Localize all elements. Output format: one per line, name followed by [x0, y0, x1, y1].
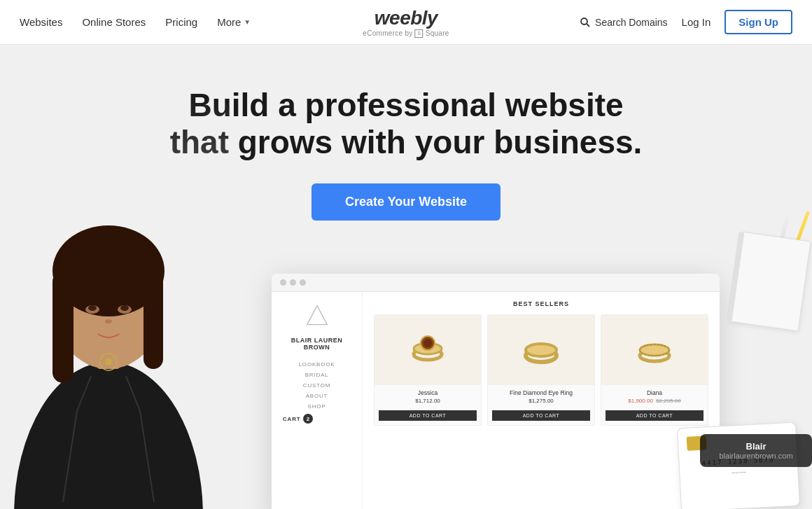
product-info-jessica: Jessica $1,712.00 ADD TO CART — [374, 385, 481, 425]
stationery-overlay: 4417 1239 5678 ~~~~ Blair blairlaurenbro… — [658, 194, 812, 509]
blair-url: blairlaurenbrown.com — [710, 452, 802, 460]
product-name-diamond-ring: Fine Diamond Eye Ring — [492, 389, 590, 396]
cart-count-badge: 2 — [303, 414, 313, 424]
weebly-logo[interactable]: weebly — [374, 7, 438, 29]
logo-subtitle: eCommerce by S Square — [363, 29, 449, 38]
cart-label: CART — [283, 416, 300, 422]
browser-dot-3 — [300, 279, 306, 286]
product-price-jessica: $1,712.00 — [379, 398, 477, 404]
ring-image-diamond — [519, 328, 564, 373]
store-logo-icon — [304, 303, 330, 328]
product-card-diamond-ring: Fine Diamond Eye Ring $1,275.00 ADD TO C… — [487, 314, 595, 426]
hero-title: Build a professional website that grows … — [161, 87, 651, 161]
svg-point-0 — [581, 18, 587, 25]
main-header: Websites Online Stores Pricing More ▼ we… — [0, 0, 812, 45]
header-actions: Search Domains Log In Sign Up — [580, 10, 792, 34]
svg-line-1 — [587, 24, 589, 27]
svg-rect-16 — [52, 271, 74, 383]
chevron-down-icon: ▼ — [244, 18, 251, 26]
nav-online-stores[interactable]: Online Stores — [82, 16, 146, 28]
store-content: BLAIR LAUREN BROWN LOOKBOOK BRIDAL CUSTO… — [272, 292, 720, 509]
product-info-diamond-ring: Fine Diamond Eye Ring $1,275.00 ADD TO C… — [488, 385, 594, 425]
signup-button[interactable]: Sign Up — [724, 10, 792, 34]
nav-pricing[interactable]: Pricing — [165, 16, 197, 28]
blair-info-card: Blair blairlaurenbrown.com — [700, 434, 812, 467]
search-domains-button[interactable]: Search Domains — [580, 17, 668, 28]
sidebar-menu-item: CUSTOM — [283, 380, 351, 391]
notebook-icon — [729, 232, 811, 332]
store-brand-name: BLAIR LAUREN BROWN — [283, 337, 351, 351]
sidebar-menu-item: ABOUT — [283, 391, 351, 401]
product-sale-price: $1,900.00 — [628, 398, 653, 404]
browser-dot-2 — [290, 279, 296, 286]
svg-rect-17 — [144, 271, 163, 369]
square-icon: S — [415, 29, 424, 38]
sidebar-menu-item: SHOP — [283, 401, 351, 412]
svg-point-12 — [14, 362, 203, 509]
product-image-jessica — [374, 315, 481, 385]
svg-point-20 — [88, 305, 97, 311]
store-mockup: BLAIR LAUREN BROWN LOOKBOOK BRIDAL CUSTO… — [272, 274, 720, 509]
svg-point-24 — [105, 358, 112, 365]
person-overlay — [0, 96, 231, 509]
add-to-cart-jessica[interactable]: ADD TO CART — [379, 410, 477, 421]
svg-point-21 — [120, 305, 129, 311]
sidebar-menu-item: LOOKBOOK — [283, 359, 351, 370]
svg-point-6 — [424, 339, 432, 347]
svg-point-22 — [105, 319, 112, 323]
nav-websites[interactable]: Websites — [20, 16, 62, 28]
blair-name: Blair — [710, 441, 802, 452]
sidebar-menu-item: BRIDAL — [283, 370, 351, 380]
product-image-diamond-ring — [488, 315, 594, 385]
search-icon — [580, 17, 591, 28]
main-nav: Websites Online Stores Pricing More ▼ — [20, 16, 251, 28]
create-website-button[interactable]: Create Your Website — [312, 183, 500, 221]
svg-marker-2 — [307, 306, 327, 325]
browser-dot-1 — [280, 279, 286, 286]
product-name-jessica: Jessica — [379, 389, 477, 396]
card-signature: ~~~~ — [688, 466, 789, 479]
add-to-cart-diamond-ring[interactable]: ADD TO CART — [492, 410, 590, 421]
sidebar-cart-item: CART 2 — [283, 412, 351, 426]
product-price-diamond-ring: $1,275.00 — [492, 398, 590, 404]
hero-section: Build a professional website that grows … — [0, 45, 812, 509]
person-illustration — [0, 110, 217, 509]
product-card-jessica: Jessica $1,712.00 ADD TO CART — [374, 314, 482, 426]
store-sidebar-menu: LOOKBOOK BRIDAL CUSTOM ABOUT SHOP CART 2 — [283, 359, 351, 426]
ring-image-jessica — [405, 328, 451, 373]
browser-chrome — [272, 274, 720, 292]
nav-more[interactable]: More ▼ — [217, 16, 251, 28]
logo-area: weebly eCommerce by S Square — [363, 7, 449, 38]
store-sidebar: BLAIR LAUREN BROWN LOOKBOOK BRIDAL CUSTO… — [272, 292, 363, 509]
login-button[interactable]: Log In — [682, 16, 711, 28]
svg-point-8 — [526, 344, 556, 356]
